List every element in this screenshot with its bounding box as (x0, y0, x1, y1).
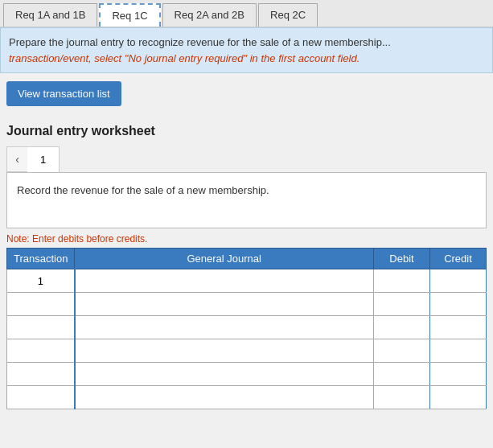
tab-bar: Req 1A and 1B Req 1C Req 2A and 2B Req 2… (0, 0, 493, 27)
credit-input[interactable] (430, 269, 486, 292)
general-journal-cell[interactable] (75, 269, 374, 293)
debit-input[interactable] (374, 339, 429, 362)
table-row: 1 (7, 269, 487, 293)
journal-table: Transaction General Journal Debit Credit… (6, 248, 487, 409)
debit-cell[interactable] (374, 293, 430, 316)
debit-input[interactable] (374, 363, 429, 385)
general-journal-input[interactable] (76, 386, 373, 409)
credit-input[interactable] (430, 316, 486, 339)
table-row (7, 293, 487, 316)
tab-req1c[interactable]: Req 1C (99, 3, 160, 27)
debit-cell[interactable] (374, 269, 430, 293)
page-nav: ‹ 1 (6, 146, 487, 172)
general-journal-input[interactable] (76, 363, 373, 385)
txn-cell (7, 363, 75, 386)
info-banner-subtext: transaction/event, select "No journal en… (9, 52, 359, 64)
info-banner-text: Prepare the journal entry to recognize r… (9, 36, 382, 48)
txn-cell: 1 (7, 269, 75, 293)
debit-cell[interactable] (374, 363, 430, 386)
general-journal-input[interactable] (76, 293, 373, 315)
record-note-text: Record the revenue for the sale of a new… (17, 184, 269, 196)
tab-req2a2b[interactable]: Req 2A and 2B (162, 3, 257, 27)
credit-input[interactable] (430, 363, 486, 385)
txn-cell (7, 339, 75, 363)
debit-input[interactable] (374, 386, 429, 409)
credit-cell[interactable] (430, 363, 487, 386)
credit-input[interactable] (430, 293, 486, 315)
worksheet-title: Journal entry worksheet (6, 124, 487, 138)
general-journal-input[interactable] (76, 316, 373, 339)
table-row (7, 339, 487, 363)
credit-cell[interactable] (430, 386, 487, 409)
debit-cell[interactable] (374, 316, 430, 339)
credit-cell[interactable] (430, 316, 487, 339)
general-journal-input[interactable] (76, 339, 373, 362)
debit-input[interactable] (374, 316, 429, 339)
table-row (7, 316, 487, 339)
record-note-box: Record the revenue for the sale of a new… (6, 172, 487, 228)
prev-page-button[interactable]: ‹ (6, 146, 27, 172)
col-general-journal: General Journal (75, 249, 374, 269)
txn-cell (7, 316, 75, 339)
credit-cell[interactable] (430, 339, 487, 363)
general-journal-cell[interactable] (75, 386, 374, 409)
col-debit: Debit (374, 249, 430, 269)
general-journal-cell[interactable] (75, 363, 374, 386)
general-journal-cell[interactable] (75, 339, 374, 363)
general-journal-cell[interactable] (75, 316, 374, 339)
general-journal-input[interactable] (76, 269, 373, 292)
txn-cell (7, 293, 75, 316)
debits-note: Note: Enter debits before credits. (6, 233, 487, 245)
txn-cell (7, 386, 75, 409)
col-credit: Credit (430, 249, 487, 269)
debit-input[interactable] (374, 269, 429, 292)
worksheet-container: Journal entry worksheet ‹ 1 Record the r… (0, 116, 493, 409)
credit-cell[interactable] (430, 269, 487, 293)
debit-cell[interactable] (374, 339, 430, 363)
tab-req2c[interactable]: Req 2C (258, 3, 318, 27)
tab-req1a1b[interactable]: Req 1A and 1B (3, 3, 97, 27)
page-number: 1 (27, 146, 60, 172)
table-row (7, 363, 487, 386)
info-banner: Prepare the journal entry to recognize r… (0, 27, 493, 73)
credit-input[interactable] (430, 386, 486, 409)
credit-input[interactable] (430, 339, 486, 362)
table-row (7, 386, 487, 409)
general-journal-cell[interactable] (75, 293, 374, 316)
debit-cell[interactable] (374, 386, 430, 409)
view-transaction-button[interactable]: View transaction list (6, 81, 121, 106)
info-banner-text2: ... (382, 36, 391, 48)
col-transaction: Transaction (7, 249, 75, 269)
debit-input[interactable] (374, 293, 429, 315)
credit-cell[interactable] (430, 293, 487, 316)
